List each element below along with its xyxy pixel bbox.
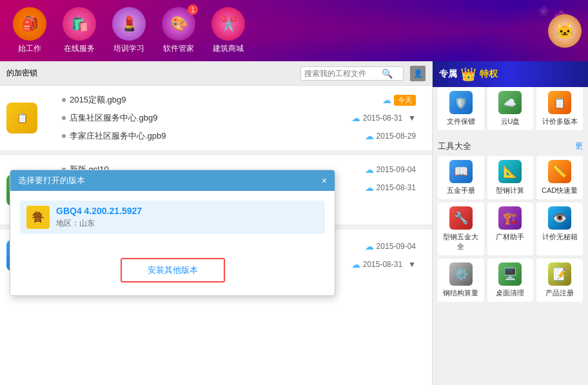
person-icon-button[interactable]: 👤	[410, 66, 426, 81]
badge-software: 1	[188, 5, 198, 15]
nav-icon-work: 🎒	[13, 7, 46, 41]
file-guard-icon: 🛡️	[449, 91, 473, 114]
steel-full-icon: 🔧	[449, 206, 473, 230]
multi-version-icon: 📋	[548, 91, 571, 114]
tool-steel-full[interactable]: 🔧 型钢五金大全	[438, 202, 484, 255]
register-icon: 📝	[548, 262, 571, 286]
material-icon: 🏗️	[498, 206, 522, 230]
logo-char: 鲁	[32, 210, 44, 225]
version-logo: 鲁	[26, 206, 50, 229]
dialog-title: 选择要打开的版本	[18, 175, 85, 186]
tool-steel-calc[interactable]: 📐 型钢计算	[487, 156, 534, 199]
nav-label-work: 始工作	[18, 43, 41, 54]
version-dialog: 选择要打开的版本 × 鲁 GBQ4 4.200.21.5927	[10, 170, 335, 296]
deco-flower2: ❀	[538, 3, 549, 19]
tool-material[interactable]: 🏗️ 广材助手	[487, 202, 534, 255]
nav-label-software: 软件管家	[163, 43, 194, 54]
install-other-wrapper: 安装其他版本	[121, 258, 225, 282]
price-secret-icon: 👁️	[548, 206, 571, 230]
tools-more-link[interactable]: 更	[575, 141, 583, 152]
top-nav: ✿ ❀ 🎒 始工作 🛍️ 在线服务 💄 培训学习 🎨 1 软件管家 ✂️ 建筑商…	[0, 0, 588, 61]
nav-icon-online: 🛍️	[63, 7, 96, 41]
search-icon[interactable]: 🔍	[382, 68, 393, 79]
vip-banner: 专属 👑 特权	[433, 61, 588, 87]
version-name-regular: GBQ4 4.200.21.	[56, 206, 122, 216]
tool-label-2: CAD快速量	[542, 186, 578, 195]
version-region: 地区：山东	[56, 218, 318, 229]
right-panel: 专属 👑 特权 🛡️ 文件保镖 ☁️ 云U盘 📋 计价多版本 工具大全 更	[432, 61, 588, 385]
tool-label-1: 型钢计算	[496, 186, 524, 195]
file-list-inner: 📋 2015定额.gbg9 ☁ 今天 店集社区服务中心.g	[0, 86, 432, 278]
cad-quick-icon: 📏	[548, 160, 571, 183]
nav-label-training: 培训学习	[113, 43, 144, 54]
vip-crown-icon: 👑	[460, 66, 476, 82]
tool-price-secret[interactable]: 👁️ 计价无秘籍	[536, 202, 583, 255]
version-item[interactable]: 鲁 GBQ4 4.200.21.5927 地区：山东	[20, 201, 325, 234]
tool-label-7: 桌面清理	[496, 288, 524, 298]
avatar[interactable]: 🐱	[548, 14, 582, 48]
tool-label-4: 广材助手	[496, 232, 524, 242]
tool-label-6: 钢结构算量	[443, 288, 478, 298]
search-input[interactable]	[304, 69, 382, 78]
nav-items: 🎒 始工作 🛍️ 在线服务 💄 培训学习 🎨 1 软件管家 ✂️ 建筑商城	[6, 4, 251, 57]
vip-label: 专属	[439, 68, 457, 80]
steel-structure-icon: ⚙️	[449, 262, 473, 286]
steel-calc-icon: 📐	[498, 160, 522, 183]
nav-item-training[interactable]: 💄 培训学习	[106, 4, 152, 57]
tool-label-8: 产品注册	[545, 288, 574, 298]
version-name: GBQ4 4.200.21.5927	[56, 206, 318, 216]
tool-label-5: 计价无秘籍	[542, 232, 578, 242]
nav-icon-store: ✂️	[211, 7, 245, 41]
search-box[interactable]: 🔍	[300, 66, 404, 81]
tool-label-0: 五金手册	[447, 186, 475, 195]
dialog-footer: 安装其他版本	[10, 252, 335, 295]
dialog-body: 鲁 GBQ4 4.200.21.5927 地区：山东	[10, 191, 335, 252]
dialog-header: 选择要打开的版本 ×	[10, 170, 335, 191]
nav-icon-software: 🎨 1	[162, 7, 195, 41]
tools-title-bar: 工具大全 更	[438, 141, 583, 152]
main-area: 的加密锁 🔍 👤 📋 2015定额.gbg9	[0, 61, 588, 385]
tools-title: 工具大全	[438, 141, 471, 152]
privilege-label: 特权	[480, 68, 498, 80]
tool-steel-structure[interactable]: ⚙️ 钢结构算量	[438, 259, 484, 302]
tools-grid: 📖 五金手册 📐 型钢计算 📏 CAD快速量 🔧 型钢五金大全 🏗️	[438, 156, 583, 302]
tool-label-3: 型钢五金大全	[440, 232, 482, 252]
vip-icon-multi-version[interactable]: 📋 计价多版本	[536, 87, 583, 130]
tool-register[interactable]: 📝 产品注册	[536, 259, 583, 302]
nav-item-online[interactable]: 🛍️ 在线服务	[56, 4, 103, 57]
desktop-clean-icon: 🖥️	[498, 262, 522, 286]
version-name-bold: 5927	[122, 206, 142, 216]
tool-desktop-clean[interactable]: 🖥️ 桌面清理	[487, 259, 534, 302]
vip-icon-label-0: 文件保镖	[447, 117, 475, 126]
nav-icon-training: 💄	[112, 7, 146, 41]
nav-label-online: 在线服务	[64, 43, 95, 54]
install-other-button[interactable]: 安装其他版本	[122, 259, 224, 281]
tool-hardware[interactable]: 📖 五金手册	[438, 156, 484, 199]
vip-icon-label-1: 云U盘	[501, 117, 520, 126]
dialog-overlay: 选择要打开的版本 × 鲁 GBQ4 4.200.21.5927	[0, 86, 432, 278]
nav-item-software[interactable]: 🎨 1 软件管家	[155, 4, 202, 57]
vip-icon-cloud-disk[interactable]: ☁️ 云U盘	[487, 87, 534, 130]
left-panel: 的加密锁 🔍 👤 📋 2015定额.gbg9	[0, 61, 432, 385]
encrypt-label: 的加密锁	[6, 68, 37, 79]
tools-section: 工具大全 更 📖 五金手册 📐 型钢计算 📏 CAD快速量 🔧	[433, 135, 588, 310]
vip-icon-file-guard[interactable]: 🛡️ 文件保镖	[438, 87, 484, 130]
hardware-icon: 📖	[449, 160, 473, 183]
nav-item-store[interactable]: ✂️ 建筑商城	[205, 4, 251, 57]
nav-item-work[interactable]: 🎒 始工作	[6, 4, 53, 57]
dialog-close-button[interactable]: ×	[322, 175, 327, 186]
vip-icon-label-2: 计价多版本	[542, 117, 578, 126]
file-list: 📋 2015定额.gbg9 ☁ 今天 店集社区服务中心.g	[0, 86, 432, 385]
cloud-disk-icon: ☁️	[498, 91, 522, 114]
vip-icons: 🛡️ 文件保镖 ☁️ 云U盘 📋 计价多版本	[433, 87, 588, 135]
version-info: GBQ4 4.200.21.5927 地区：山东	[56, 206, 318, 229]
tool-cad-quick[interactable]: 📏 CAD快速量	[536, 156, 583, 199]
nav-label-store: 建筑商城	[213, 43, 244, 54]
toolbar: 的加密锁 🔍 👤	[0, 61, 432, 86]
